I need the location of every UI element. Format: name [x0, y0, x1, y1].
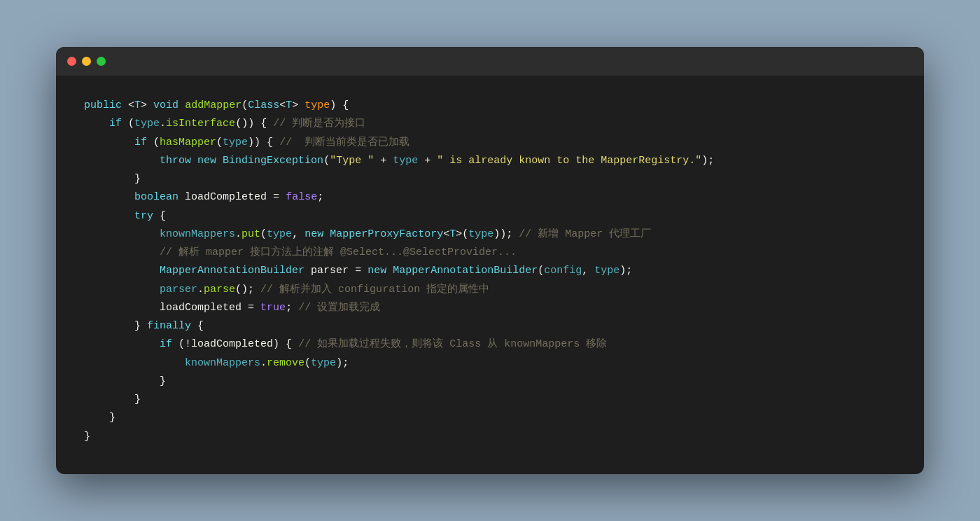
- title-bar: [56, 47, 924, 76]
- code-block: public <T> void addMapper(Class<T> type)…: [56, 76, 924, 474]
- maximize-button[interactable]: [97, 57, 106, 66]
- close-button[interactable]: [67, 57, 76, 66]
- minimize-button[interactable]: [82, 57, 91, 66]
- code-window: public <T> void addMapper(Class<T> type)…: [56, 47, 924, 474]
